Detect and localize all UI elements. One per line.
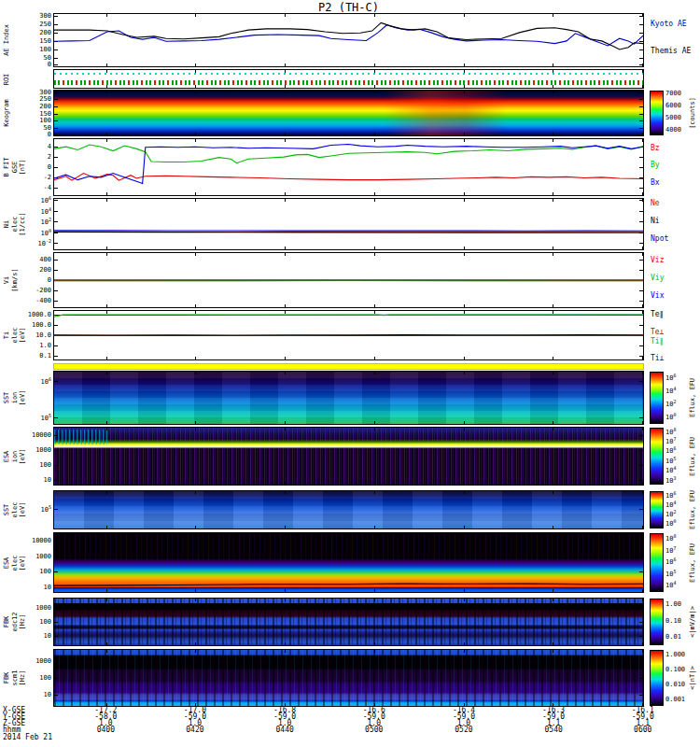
colorbar bbox=[650, 91, 664, 135]
y-axis-subtitle: [1/cc] bbox=[19, 212, 26, 235]
colorbar-unit: [counts] bbox=[689, 97, 696, 129]
y-tick-mark bbox=[54, 608, 58, 609]
y-tick-label: -2 bbox=[44, 174, 51, 181]
y-axis-subtitle: elec bbox=[11, 555, 19, 571]
colorbar-tick-label: 100 bbox=[665, 413, 676, 421]
y-tick-mark bbox=[54, 661, 58, 662]
y-tick-mark bbox=[54, 128, 58, 129]
legend-label: Te∥ bbox=[651, 311, 664, 318]
y-tick-label: 10 bbox=[44, 691, 51, 698]
y-tick-label: 1000 bbox=[35, 553, 51, 560]
y-axis-subtitle: scm1 bbox=[11, 670, 19, 686]
colorbar-tick-label: 104 bbox=[665, 466, 676, 474]
panel-density: Nielec[1/cc]10610410210010-2NeNiNpot bbox=[53, 198, 644, 250]
colorbar bbox=[650, 599, 664, 645]
fbk-edc12-spectrogram bbox=[54, 599, 643, 645]
y-tick-label: 300 bbox=[39, 12, 51, 20]
series-Ti∥ bbox=[54, 315, 643, 317]
x-tick-mark bbox=[464, 526, 465, 529]
y-tick-label: 10-2 bbox=[38, 239, 51, 247]
legend-label: Ni bbox=[651, 218, 660, 225]
y-tick-label: 1000 bbox=[35, 604, 51, 612]
colorbar-tick-label: 104 bbox=[665, 581, 676, 589]
x-tick-mark bbox=[285, 599, 286, 601]
roi-status-bar bbox=[53, 363, 644, 370]
y-tick-mark bbox=[639, 678, 643, 679]
y-tick-mark bbox=[54, 114, 58, 115]
y-tick-mark bbox=[54, 622, 58, 623]
y-tick-mark bbox=[639, 636, 643, 637]
x-tick-mark bbox=[106, 599, 107, 601]
x-tick-mark bbox=[374, 372, 375, 374]
sst-electron-spectrogram bbox=[54, 491, 643, 529]
x-tick-mark bbox=[374, 428, 375, 430]
y-axis-title: Ti bbox=[3, 331, 10, 339]
legend-label: Ti⊥ bbox=[651, 355, 664, 362]
axis-row-value: 0440 bbox=[275, 726, 293, 734]
colorbar-tick-label: 108 bbox=[665, 428, 676, 436]
y-tick-label: 100.0 bbox=[32, 321, 51, 329]
x-tick-mark bbox=[374, 91, 375, 93]
y-tick-label: 100 bbox=[39, 618, 51, 626]
x-tick-mark bbox=[106, 133, 107, 135]
colorbar-unit: <|mV/m|> bbox=[689, 606, 696, 638]
y-axis-subtitle: GSE bbox=[11, 162, 19, 174]
legend-label: Bz bbox=[651, 145, 660, 152]
y-axis-title: ESA bbox=[3, 450, 10, 462]
x-tick-mark bbox=[285, 421, 286, 424]
panel-esa-ion: ESAion[eV]100001000100101081071061051041… bbox=[53, 427, 644, 486]
y-axis-subtitle: [km/s] bbox=[11, 268, 19, 291]
x-tick-mark bbox=[374, 133, 375, 135]
x-tick-mark bbox=[642, 85, 643, 88]
y-axis-subtitle: elec bbox=[11, 217, 19, 233]
colorbar-tick-label: 106 bbox=[665, 491, 676, 500]
y-tick-label: 104 bbox=[41, 207, 51, 216]
legend-label: Ne bbox=[651, 200, 660, 207]
y-tick-label: 10 bbox=[44, 476, 51, 484]
panel-roi: ROI bbox=[53, 69, 644, 89]
y-tick-label: 1000.0 bbox=[28, 311, 51, 318]
line-series-canvas bbox=[54, 199, 643, 249]
panel-ae-index: AE Index300250200150100500Kyoto AEThemis… bbox=[53, 13, 644, 67]
legend-label: Viz bbox=[651, 257, 664, 264]
x-tick-mark bbox=[642, 599, 643, 601]
x-tick-mark bbox=[642, 482, 643, 485]
x-tick-mark bbox=[195, 91, 196, 93]
x-tick-mark bbox=[553, 70, 553, 73]
x-tick-mark bbox=[642, 421, 643, 424]
y-tick-mark bbox=[54, 509, 58, 510]
colorbar-tick-label: 1.000 bbox=[665, 651, 685, 658]
legend-label: Vix bbox=[651, 292, 664, 300]
y-tick-mark bbox=[54, 417, 58, 418]
y-axis-subtitle: elec bbox=[11, 502, 19, 518]
roi-flag-dashes bbox=[54, 80, 643, 85]
colorbar-unit: Eflux, EFU bbox=[689, 378, 696, 417]
y-tick-mark bbox=[639, 99, 643, 100]
colorbar-tick-label: 6000 bbox=[665, 102, 681, 109]
legend-label: Viy bbox=[651, 275, 664, 282]
panel-sst-ion: SSTion[eV]106105106104102100Eflux, EFU bbox=[53, 371, 644, 425]
x-tick-mark bbox=[106, 70, 107, 73]
x-tick-mark bbox=[464, 650, 465, 653]
x-tick-mark bbox=[285, 428, 286, 430]
x-tick-mark bbox=[553, 85, 553, 88]
y-tick-mark bbox=[54, 695, 58, 696]
colorbar-tick-label: 106 bbox=[665, 446, 676, 455]
y-tick-label: 10 bbox=[44, 584, 51, 591]
x-tick-mark bbox=[464, 482, 465, 485]
colorbar bbox=[650, 650, 664, 706]
x-tick-mark bbox=[285, 372, 286, 374]
x-tick-mark bbox=[106, 650, 107, 653]
y-axis-subtitle: [eV] bbox=[19, 390, 26, 406]
y-axis-title: FBK bbox=[3, 616, 10, 628]
y-tick-mark bbox=[639, 450, 643, 451]
y-tick-mark bbox=[639, 695, 643, 696]
x-tick-mark bbox=[464, 599, 465, 601]
x-tick-mark bbox=[464, 491, 465, 494]
x-tick-mark bbox=[464, 372, 465, 374]
y-tick-label: 102 bbox=[41, 218, 51, 226]
axis-row-value: 0540 bbox=[545, 726, 563, 734]
y-tick-mark bbox=[54, 465, 58, 466]
x-tick-mark bbox=[195, 491, 196, 494]
x-tick-mark bbox=[195, 599, 196, 601]
